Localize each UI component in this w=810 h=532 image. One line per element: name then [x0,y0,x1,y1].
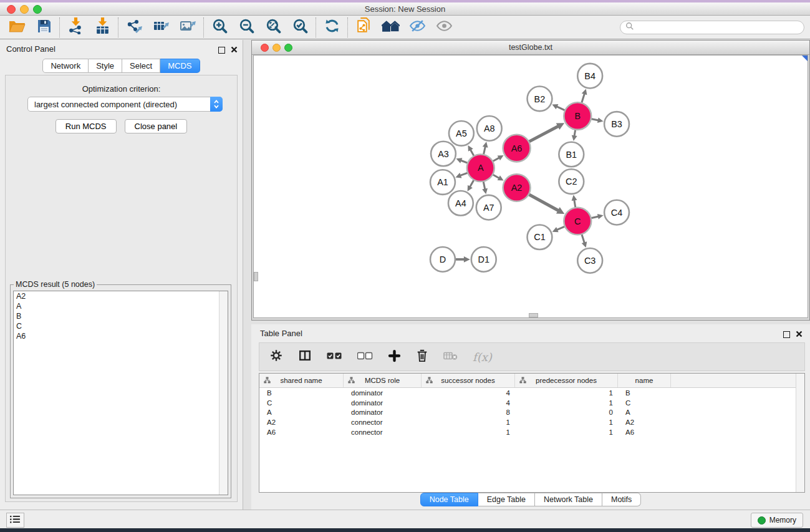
tab-style[interactable]: Style [89,59,122,73]
graph-edge-A6-B[interactable] [529,127,558,142]
tab-edge-table[interactable]: Edge Table [478,493,535,506]
table-cell[interactable]: A [259,409,344,416]
criterion-dropdown[interactable]: largest connected component (directed) [27,97,223,112]
tab-network[interactable]: Network [42,59,89,73]
column-header-successor-nodes[interactable]: successor nodes [422,374,515,387]
table-cell[interactable]: dominator [344,399,422,407]
table-cell[interactable]: 1 [422,428,515,436]
show-eye-button[interactable] [431,17,458,38]
function-builder-button[interactable]: f(x) [473,351,492,364]
home-button[interactable] [377,17,404,38]
save-session-button[interactable] [31,17,57,38]
table-cell[interactable]: C [618,399,671,407]
table-cell[interactable]: dominator [344,389,422,397]
table-cell[interactable]: dominator [344,409,422,416]
task-history-button[interactable] [6,513,24,528]
tab-select[interactable]: Select [122,59,160,73]
graph-edge-C-C2[interactable] [574,200,576,207]
table-cell[interactable]: C [259,399,344,407]
table-row[interactable]: A6connector11A6 [259,427,804,437]
column-header-predecessor-nodes[interactable]: predecessor nodes [515,374,618,387]
table-cell[interactable]: 1 [422,418,515,426]
zoom-out-button[interactable] [233,17,260,38]
zoom-selected-button[interactable] [287,17,314,38]
hide-eye-button[interactable] [404,17,431,38]
table-cell[interactable]: B [618,389,671,397]
table-cell[interactable]: 4 [422,399,515,407]
search-input[interactable] [637,22,804,32]
document-network-button[interactable] [350,17,377,38]
table-cell[interactable]: 0 [515,409,618,416]
refresh-button[interactable] [319,17,345,38]
table-scrollbar[interactable] [796,374,804,492]
table-cell[interactable]: 4 [422,389,515,397]
tab-node-table[interactable]: Node Table [420,493,478,506]
tab-network-table[interactable]: Network Table [535,493,602,506]
delete-table-button[interactable] [443,351,458,363]
float-panel-icon[interactable] [218,47,225,54]
select-all-button[interactable] [327,351,342,362]
graph-edge-A-A4[interactable] [470,180,474,186]
graph-edge-A-A1[interactable] [461,173,467,175]
graph-edge-A-A5[interactable] [471,150,474,156]
table-cell[interactable]: A2 [618,418,671,426]
column-header-MCDS-role[interactable]: MCDS role [344,374,422,387]
table-cell[interactable]: 1 [515,418,618,426]
table-row[interactable]: A2connector11A2 [259,417,804,427]
delete-column-button[interactable] [416,349,428,365]
table-cell[interactable]: B [259,389,344,397]
mcds-list-scrollbar[interactable] [219,291,228,495]
network-graph[interactable]: B4B2BB3A5A8A6A3AB1A1A2C2A4A7C4CC1DD1C3 [254,56,808,317]
graph-edge-B-B1[interactable] [574,130,575,136]
table-cell[interactable]: A2 [259,418,344,426]
close-panel-icon[interactable] [231,44,238,56]
table-cell[interactable]: 1 [515,428,618,436]
deselect-all-button[interactable] [357,351,373,362]
table-cell[interactable]: A [618,409,671,416]
graph-edge-A-A6[interactable] [493,158,499,161]
table-cell[interactable]: 1 [515,389,618,397]
close-panel-button[interactable]: Close panel [125,119,188,133]
table-settings-button[interactable] [269,349,283,365]
export-table-button[interactable] [148,17,175,38]
graph-edge-C-C3[interactable] [582,235,584,242]
horizontal-scroll-thumb[interactable] [529,313,538,317]
add-column-button[interactable] [388,349,401,365]
graph-edge-A-A3[interactable] [461,160,468,163]
graph-edge-C-C1[interactable] [557,226,564,230]
mcds-result-list[interactable]: A2ABCA6 [13,291,228,495]
table-row[interactable]: Adominator80A [259,408,804,418]
import-table-button[interactable] [89,17,116,38]
vertical-scroll-thumb[interactable] [254,272,258,281]
table-cell[interactable]: A6 [259,428,344,436]
open-file-button[interactable] [4,17,31,38]
birdseye-corner-icon[interactable] [802,56,808,61]
zoom-fit-button[interactable] [260,17,287,38]
graph-edge-B-B3[interactable] [592,119,598,120]
table-cell[interactable]: 8 [422,409,515,416]
table-cell[interactable]: connector [344,418,422,426]
column-header-name[interactable]: name [618,374,671,387]
memory-button[interactable]: Memory [751,513,803,528]
graph-edge-A2-C[interactable] [529,195,558,210]
table-row[interactable]: Cdominator41C [259,398,804,408]
graph-edge-B-B4[interactable] [582,94,584,102]
column-header-shared-name[interactable]: shared name [259,374,344,387]
graph-edge-C-C4[interactable] [592,216,598,218]
table-cell[interactable]: 1 [515,399,618,407]
column-view-button[interactable] [298,349,312,365]
network-canvas[interactable]: B4B2BB3A5A8A6A3AB1A1A2C2A4A7C4CC1DD1C3 [253,55,808,318]
tab-mcds[interactable]: MCDS [160,59,200,73]
table-row[interactable]: Bdominator41B [259,388,804,398]
table-cell[interactable]: A6 [618,428,671,436]
close-table-panel-icon[interactable] [796,329,803,340]
export-image-button[interactable] [175,17,201,38]
graph-edge-A-A7[interactable] [483,182,485,189]
graph-edge-A-A8[interactable] [484,147,485,154]
network-window-titlebar[interactable]: testGlobe.txt [252,41,809,55]
graph-edge-B-B2[interactable] [557,107,565,110]
import-network-button[interactable] [62,17,89,38]
zoom-in-button[interactable] [206,17,233,38]
table-cell[interactable]: connector [344,428,422,436]
graph-edge-A-A2[interactable] [493,175,499,178]
